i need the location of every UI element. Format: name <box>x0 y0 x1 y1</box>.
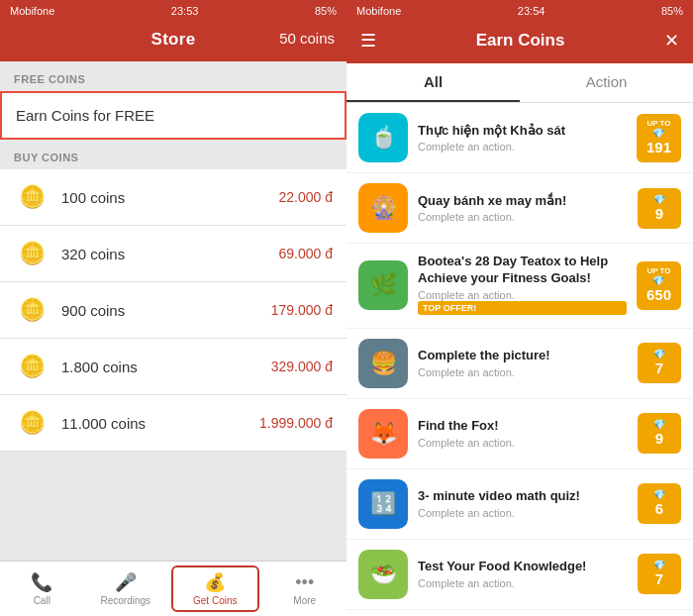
top-offer-badge: Top Offer! <box>418 301 627 315</box>
tab-action[interactable]: Action <box>520 63 693 102</box>
right-header-title: Earn Coins <box>476 31 565 51</box>
nav-item-get-coins[interactable]: 💰Get Coins <box>171 565 259 612</box>
coin-amount: 320 coins <box>61 246 279 262</box>
coin-reward-num: 191 <box>646 139 671 156</box>
nav-icon: 🎤 <box>115 571 137 593</box>
earn-item[interactable]: 🥗 Test Your Food Knowledge! Complete an … <box>346 540 693 610</box>
coin-reward-num: 9 <box>655 205 663 223</box>
hamburger-icon[interactable]: ☰ <box>360 30 376 51</box>
left-battery: 85% <box>315 5 337 17</box>
earn-title: Find the Fox! <box>418 418 628 435</box>
nav-item-recordings[interactable]: 🎤Recordings <box>84 562 168 616</box>
tab-all[interactable]: All <box>346 63 520 102</box>
nav-label: Get Coins <box>193 595 237 606</box>
earn-badge-wrap: 💎 7 <box>638 554 681 594</box>
earn-sub: Complete an action. <box>418 211 628 223</box>
earn-badge-wrap: 💎 9 <box>638 413 681 454</box>
buy-coins-label: BUY COINS <box>0 140 346 169</box>
coin-package-list: 🪙 100 coins 22.000 đ 🪙 320 coins 69.000 … <box>0 169 346 452</box>
left-status-bar: Mobifone 23:53 85% <box>0 0 346 22</box>
left-header: Store 50 coins <box>0 22 346 61</box>
coin-amount: 900 coins <box>61 302 271 319</box>
nav-icon: 📞 <box>31 571 52 593</box>
coin-amount: 11.000 coins <box>61 415 259 432</box>
coin-row[interactable]: 🪙 900 coins 179.000 đ <box>0 282 346 339</box>
coin-row[interactable]: 🪙 1.800 coins 329.000 đ <box>0 339 346 395</box>
coin-reward: 💎 9 <box>638 188 681 229</box>
coin-stack-icon: 🪙 <box>14 236 50 271</box>
coin-stack-icon: 🪙 <box>14 292 50 328</box>
coin-price: 329.000 đ <box>271 359 333 374</box>
earn-item[interactable]: 🎡 Quay bánh xe may mắn! Complete an acti… <box>346 173 693 244</box>
earn-item[interactable]: 🍵 Thực hiện một Khảo sát Complete an act… <box>346 103 693 173</box>
left-panel: Mobifone 23:53 85% Store 50 coins FREE C… <box>0 0 346 616</box>
coin-reward-num: 650 <box>646 286 671 304</box>
coin-reward: 💎 9 <box>638 413 681 454</box>
coin-reward: 💎 6 <box>638 483 681 524</box>
bottom-nav: 📞Call🎤Recordings💰Get Coins•••More <box>0 561 346 616</box>
app-icon: 🔢 <box>358 479 408 529</box>
up-to-label: UP TO <box>646 120 670 128</box>
earn-title: 3- minute video math quiz! <box>418 488 628 505</box>
earn-badge-wrap: UP TO 💎 650 <box>637 261 681 310</box>
nav-label: More <box>293 595 316 606</box>
earn-item[interactable]: 🍔 Complete the picture! Complete an acti… <box>346 329 693 399</box>
coin-reward: UP TO 💎 191 <box>637 114 681 162</box>
earn-item[interactable]: 🔢 3- minute video math quiz! Complete an… <box>346 469 693 540</box>
earn-item[interactable]: 🌿 Bootea's 28 Day Teatox to Help Achieve… <box>346 244 693 329</box>
app-icon: 🎡 <box>358 183 408 233</box>
earn-title: Thực hiện một Khảo sát <box>418 123 627 140</box>
coin-amount: 1.800 coins <box>61 359 271 375</box>
coin-diamond-icon: 💎 <box>652 275 664 286</box>
earn-info: Thực hiện một Khảo sát Complete an actio… <box>418 123 627 154</box>
earn-info: Complete the picture! Complete an action… <box>418 348 628 378</box>
app-icon: 🍔 <box>358 339 408 388</box>
earn-title: Test Your Food Knowledge! <box>418 559 628 575</box>
free-coins-item[interactable]: Earn Coins for FREE <box>0 91 346 140</box>
nav-icon: 💰 <box>204 571 226 593</box>
earn-title: Bootea's 28 Day Teatox to Help Achieve y… <box>418 254 627 287</box>
earn-sub: Complete an action. <box>418 141 627 153</box>
right-time: 23:54 <box>518 5 545 17</box>
coin-row[interactable]: 🪙 11.000 coins 1.999.000 đ <box>0 395 346 452</box>
nav-label: Recordings <box>100 595 150 606</box>
free-coins-label: FREE COINS <box>0 61 346 91</box>
earn-item[interactable]: 🦊 Find the Fox! Complete an action. 💎 9 <box>346 399 693 469</box>
coin-diamond-icon: 💎 <box>652 128 664 139</box>
app-icon: 🥗 <box>358 550 408 599</box>
earn-title: Complete the picture! <box>418 348 628 364</box>
coin-reward: 💎 7 <box>638 554 681 594</box>
coin-reward-num: 6 <box>655 500 663 518</box>
earn-sub: Complete an action. <box>418 507 628 519</box>
left-carrier: Mobifone <box>10 5 54 17</box>
coin-reward: UP TO 💎 650 <box>637 261 681 310</box>
earn-info: Find the Fox! Complete an action. <box>418 418 628 449</box>
earn-info: Bootea's 28 Day Teatox to Help Achieve y… <box>418 254 627 318</box>
coin-diamond-icon: 💎 <box>653 194 665 205</box>
earn-badge-wrap: 💎 6 <box>638 483 681 524</box>
coin-diamond-icon: 💎 <box>653 560 665 570</box>
coin-price: 179.000 đ <box>271 302 333 318</box>
coin-row[interactable]: 🪙 320 coins 69.000 đ <box>0 226 346 282</box>
nav-item-call[interactable]: 📞Call <box>0 562 84 616</box>
earn-info: Quay bánh xe may mắn! Complete an action… <box>418 193 628 224</box>
coin-reward-num: 9 <box>655 430 663 448</box>
coin-row[interactable]: 🪙 100 coins 22.000 đ <box>0 169 346 226</box>
up-to-label: UP TO <box>646 267 670 275</box>
nav-item-more[interactable]: •••More <box>263 562 347 616</box>
right-status-bar: Mobifone 23:54 85% <box>346 0 693 22</box>
right-panel: Mobifone 23:54 85% ☰ Earn Coins ✕ AllAct… <box>346 0 693 616</box>
right-carrier: Mobifone <box>356 5 401 17</box>
coin-diamond-icon: 💎 <box>653 349 665 359</box>
coin-diamond-icon: 💎 <box>653 419 665 430</box>
close-icon[interactable]: ✕ <box>664 30 679 51</box>
coin-diamond-icon: 💎 <box>653 489 665 500</box>
coin-price: 69.000 đ <box>279 246 334 261</box>
coin-reward-num: 7 <box>655 570 663 588</box>
coin-reward: 💎 7 <box>638 343 681 383</box>
app-icon: 🌿 <box>358 260 408 310</box>
coin-price: 22.000 đ <box>279 189 334 205</box>
earn-info: Test Your Food Knowledge! Complete an ac… <box>418 559 628 589</box>
left-time: 23:53 <box>171 5 199 17</box>
earn-title: Quay bánh xe may mắn! <box>418 193 628 210</box>
